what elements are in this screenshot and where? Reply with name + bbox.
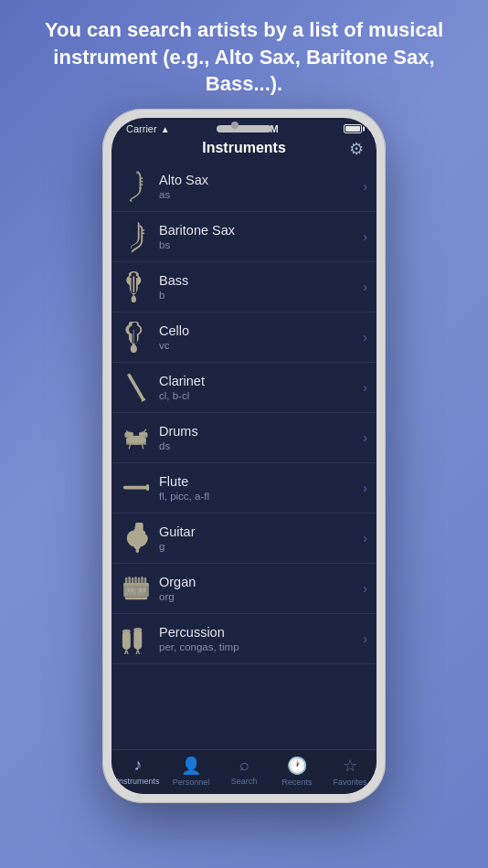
bass-icon	[119, 270, 154, 304]
flute-icon	[119, 471, 154, 505]
battery-icon	[344, 124, 362, 133]
instrument-abbr: org	[159, 591, 363, 602]
list-item[interactable]: Organ org ›	[111, 564, 377, 614]
list-item[interactable]: Flute fl, picc, a-fl ›	[111, 463, 377, 513]
svg-point-28	[131, 486, 133, 488]
status-bar: Carrier ▲ 10:37 PM	[111, 118, 377, 136]
search-tab-icon: ⌕	[239, 756, 249, 775]
recents-tab-label: Recents	[281, 778, 312, 787]
svg-rect-53	[128, 577, 131, 584]
svg-point-2	[133, 347, 136, 351]
instrument-list: Alto Sax as › Baritone Sax bs ›	[111, 162, 377, 749]
cello-icon	[119, 320, 154, 355]
chevron-icon: ›	[363, 330, 367, 344]
alto-sax-icon	[119, 169, 154, 204]
instrument-abbr: g	[159, 541, 363, 552]
status-time: 10:37 PM	[235, 123, 279, 134]
organ-icon	[119, 571, 154, 606]
svg-rect-51	[143, 587, 146, 592]
svg-rect-55	[134, 577, 137, 584]
instrument-abbr: as	[159, 189, 363, 200]
instrument-name: Drums	[159, 424, 363, 439]
phone-frame: Carrier ▲ 10:37 PM Instruments ⚙	[102, 109, 386, 803]
chevron-icon: ›	[363, 229, 367, 244]
tab-recents[interactable]: 🕐 Recents	[271, 754, 324, 789]
chevron-icon: ›	[363, 179, 367, 194]
svg-rect-58	[144, 577, 147, 584]
baritone-sax-icon	[119, 219, 154, 254]
chevron-icon: ›	[363, 531, 367, 545]
list-item[interactable]: Cello vc ›	[111, 312, 377, 363]
tab-bar: ♪ Instruments 👤 Personnel ⌕ Search 🕐 Rec…	[111, 749, 377, 794]
percussion-icon	[119, 621, 154, 656]
list-item[interactable]: Bass b ›	[111, 262, 377, 312]
svg-point-30	[138, 486, 140, 488]
instrument-name: Bass	[159, 273, 363, 289]
svg-rect-4	[127, 374, 144, 401]
svg-line-64	[138, 651, 140, 654]
instruments-tab-label: Instruments	[116, 777, 159, 786]
svg-rect-42	[125, 598, 147, 600]
tab-personnel[interactable]: 👤 Personnel	[164, 754, 217, 789]
clarinet-icon	[119, 370, 154, 405]
favorites-tab-icon: ☆	[343, 756, 357, 776]
chevron-icon: ›	[363, 280, 367, 294]
favorites-tab-label: Favorites	[333, 778, 366, 787]
instrument-name: Clarinet	[159, 374, 363, 389]
instrument-abbr: bs	[159, 239, 363, 250]
chevron-icon: ›	[363, 380, 367, 395]
instrument-abbr: b	[159, 290, 363, 301]
wifi-icon: ▲	[161, 124, 170, 134]
chevron-icon: ›	[363, 581, 367, 596]
list-item[interactable]: Baritone Sax bs ›	[111, 212, 377, 262]
instrument-abbr: vc	[159, 340, 363, 351]
instrument-abbr: fl, picc, a-fl	[159, 491, 363, 502]
svg-rect-1	[133, 276, 134, 292]
instruments-tab-icon: ♪	[134, 756, 143, 775]
settings-button[interactable]: ⚙	[349, 139, 364, 159]
chevron-icon: ›	[363, 631, 367, 646]
instrument-name: Cello	[159, 323, 363, 339]
guitar-icon	[119, 521, 154, 556]
tab-favorites[interactable]: ☆ Favorites	[324, 754, 377, 789]
personnel-tab-icon: 👤	[181, 756, 201, 776]
top-text: You can search artists by a list of musi…	[0, 0, 488, 109]
svg-line-62	[126, 651, 128, 654]
svg-point-31	[142, 486, 143, 488]
instrument-name: Alto Sax	[159, 173, 363, 188]
recents-tab-icon: 🕐	[287, 756, 307, 776]
chevron-icon: ›	[363, 430, 367, 445]
instrument-abbr: ds	[159, 440, 363, 451]
svg-rect-32	[146, 484, 149, 491]
chevron-icon: ›	[363, 481, 367, 495]
svg-rect-57	[141, 577, 143, 584]
svg-point-27	[127, 486, 129, 488]
search-tab-label: Search	[231, 777, 258, 786]
list-item[interactable]: Guitar g ›	[111, 513, 377, 564]
list-item[interactable]: Percussion per, congas, timp ›	[111, 614, 377, 664]
instrument-abbr: per, congas, timp	[159, 641, 363, 652]
svg-point-0	[133, 298, 136, 302]
svg-point-29	[134, 486, 136, 488]
tab-search[interactable]: ⌕ Search	[217, 754, 271, 789]
tab-instruments[interactable]: ♪ Instruments	[111, 754, 164, 789]
list-item[interactable]: Clarinet cl, b-cl ›	[111, 363, 377, 413]
personnel-tab-label: Personnel	[173, 778, 210, 787]
svg-rect-48	[127, 587, 130, 592]
instrument-name: Flute	[159, 474, 363, 490]
drums-icon	[119, 420, 154, 455]
svg-rect-54	[132, 577, 134, 584]
svg-point-59	[122, 630, 131, 633]
instrument-name: Organ	[159, 575, 363, 590]
svg-rect-49	[132, 587, 134, 592]
list-item[interactable]: Drums ds ›	[111, 413, 377, 463]
svg-point-60	[133, 628, 142, 631]
svg-rect-50	[139, 587, 142, 592]
nav-title: Instruments	[202, 140, 286, 156]
list-item[interactable]: Alto Sax as ›	[111, 162, 377, 212]
nav-bar: Instruments ⚙	[111, 136, 377, 162]
svg-rect-56	[138, 577, 141, 584]
instrument-name: Percussion	[159, 625, 363, 640]
instrument-name: Guitar	[159, 524, 363, 540]
instrument-name: Baritone Sax	[159, 223, 363, 238]
